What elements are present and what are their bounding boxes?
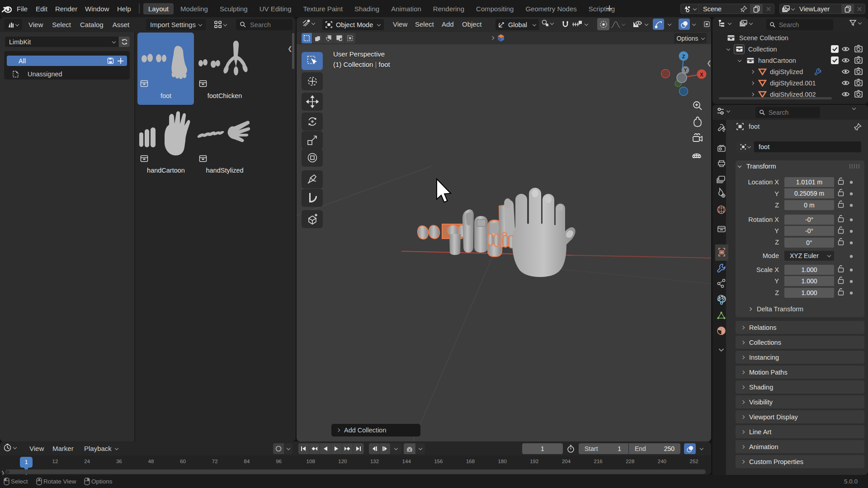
svg-text:Z: Z [682, 54, 685, 59]
svg-text:Y: Y [684, 68, 687, 73]
svg-text:X: X [700, 72, 703, 77]
